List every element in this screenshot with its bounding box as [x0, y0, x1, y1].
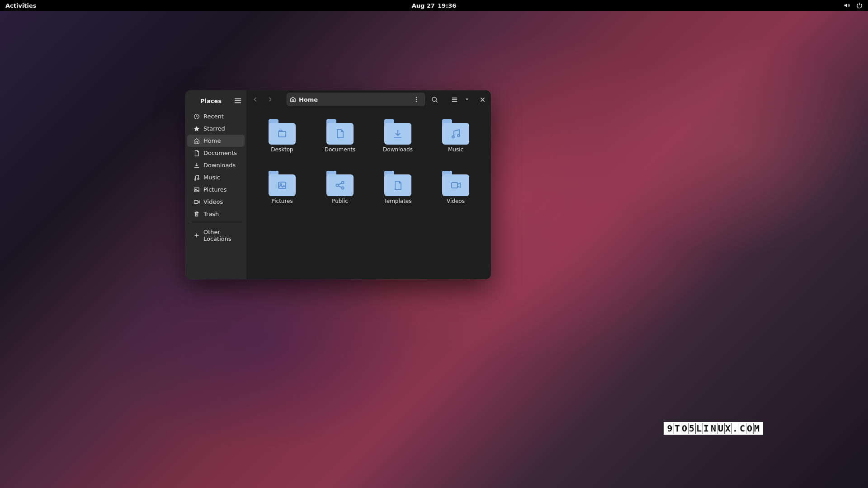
- folder-icon: [442, 169, 469, 196]
- sidebar-header: Places: [185, 92, 246, 108]
- home-icon: [290, 96, 296, 103]
- pathbar-label: Home: [299, 96, 318, 103]
- sidebar-item-label: Documents: [203, 150, 237, 156]
- top-panel: Activities Aug 27 19:36: [0, 0, 868, 11]
- time-text: 19:36: [438, 2, 456, 9]
- folder-label: Videos: [447, 198, 465, 204]
- volume-icon[interactable]: [844, 2, 850, 9]
- sidebar-item-pictures[interactable]: Pictures: [187, 183, 245, 196]
- folder-icon: [326, 169, 354, 196]
- svg-rect-19: [278, 182, 286, 188]
- icon-view[interactable]: DesktopDocumentsDownloadsMusicPicturesPu…: [247, 108, 491, 279]
- svg-point-5: [198, 178, 199, 179]
- video-icon: [193, 199, 200, 205]
- sidebar-item-label: Recent: [203, 113, 224, 120]
- sidebar-menu-button[interactable]: [232, 95, 244, 107]
- svg-point-4: [194, 178, 196, 180]
- folder-icon: [384, 169, 411, 196]
- svg-rect-2: [235, 103, 241, 103]
- folder-label: Desktop: [271, 146, 293, 153]
- folder-music[interactable]: Music: [429, 115, 483, 164]
- svg-point-12: [432, 97, 436, 101]
- home-icon: [193, 138, 200, 144]
- sidebar-item-downloads[interactable]: Downloads: [187, 159, 245, 171]
- clock[interactable]: Aug 27 19:36: [291, 2, 577, 9]
- sidebar-item-music[interactable]: Music: [187, 171, 245, 183]
- folder-label: Pictures: [271, 198, 293, 204]
- sidebar-item-label: Pictures: [203, 186, 226, 193]
- svg-point-9: [416, 97, 417, 98]
- sidebar-item-trash[interactable]: Trash: [187, 208, 245, 220]
- sidebar-item-label: Home: [203, 137, 221, 144]
- download-icon: [193, 162, 200, 169]
- sidebar-item-label: Videos: [203, 198, 223, 205]
- svg-rect-0: [235, 99, 241, 99]
- folder-icon: [326, 117, 354, 145]
- path-bar[interactable]: Home: [287, 93, 425, 106]
- plus-icon: [193, 232, 200, 239]
- folder-icon: [442, 117, 469, 145]
- folder-label: Downloads: [383, 146, 413, 153]
- pathbar-menu-button[interactable]: [411, 94, 422, 105]
- folder-templates[interactable]: Templates: [371, 166, 425, 216]
- folder-label: Public: [332, 198, 348, 204]
- svg-point-11: [416, 101, 417, 102]
- svg-rect-1: [235, 100, 241, 101]
- power-icon[interactable]: [856, 2, 863, 9]
- sidebar-item-videos[interactable]: Videos: [187, 196, 245, 208]
- sidebar-item-other-locations[interactable]: Other Locations: [187, 226, 245, 245]
- sidebar-item-label: Music: [203, 174, 220, 181]
- clock-icon: [193, 113, 200, 120]
- sidebar-item-label: Other Locations: [203, 229, 240, 242]
- pathbar-location[interactable]: Home: [290, 96, 318, 103]
- date-text: Aug 27: [412, 2, 435, 9]
- sidebar-item-recent[interactable]: Recent: [187, 110, 245, 122]
- folder-label: Templates: [384, 198, 411, 204]
- folder-label: Music: [448, 146, 463, 153]
- back-button[interactable]: [249, 93, 262, 106]
- folder-documents[interactable]: Documents: [313, 115, 367, 164]
- view-dropdown-button[interactable]: [462, 93, 472, 106]
- folder-videos[interactable]: Videos: [429, 166, 483, 216]
- svg-rect-24: [452, 183, 458, 188]
- svg-rect-6: [194, 188, 199, 192]
- search-button[interactable]: [428, 93, 441, 106]
- folder-downloads[interactable]: Downloads: [371, 115, 425, 164]
- sidebar-item-label: Downloads: [203, 162, 236, 169]
- watermark: 9TO5LINUX.COM: [664, 422, 763, 435]
- activities-button[interactable]: Activities: [5, 2, 37, 9]
- sidebar-item-documents[interactable]: Documents: [187, 147, 245, 159]
- main-pane: Home DesktopDocumentsDownloadsMusicPictu…: [247, 90, 491, 279]
- svg-rect-8: [194, 200, 198, 203]
- picture-icon: [193, 187, 200, 193]
- view-list-button[interactable]: [448, 93, 461, 106]
- svg-rect-16: [278, 131, 286, 137]
- folder-label: Documents: [325, 146, 355, 153]
- trash-icon: [193, 211, 200, 217]
- folder-icon: [384, 117, 411, 145]
- svg-point-18: [458, 135, 460, 137]
- folder-desktop[interactable]: Desktop: [255, 115, 309, 164]
- svg-point-10: [416, 99, 417, 100]
- folder-public[interactable]: Public: [313, 166, 367, 216]
- header-bar: Home: [247, 90, 491, 108]
- sidebar-item-label: Starred: [203, 125, 225, 132]
- folder-pictures[interactable]: Pictures: [255, 166, 309, 216]
- svg-point-17: [452, 136, 454, 138]
- sidebar-separator: [189, 223, 243, 223]
- close-button[interactable]: [476, 93, 489, 106]
- star-icon: [193, 126, 200, 132]
- svg-rect-13: [452, 97, 457, 98]
- sidebar-item-home[interactable]: Home: [187, 135, 245, 147]
- document-icon: [193, 150, 200, 156]
- file-manager-window: Places Recent Starred Home Documents Dow…: [185, 90, 491, 279]
- sidebar-title: Places: [190, 98, 232, 104]
- forward-button[interactable]: [263, 93, 277, 106]
- svg-rect-14: [452, 99, 457, 100]
- sidebar-item-starred[interactable]: Starred: [187, 122, 245, 135]
- places-sidebar: Places Recent Starred Home Documents Dow…: [185, 90, 247, 279]
- svg-rect-15: [452, 101, 457, 102]
- folder-icon: [269, 169, 296, 196]
- sidebar-item-label: Trash: [203, 211, 219, 217]
- folder-icon: [269, 117, 296, 145]
